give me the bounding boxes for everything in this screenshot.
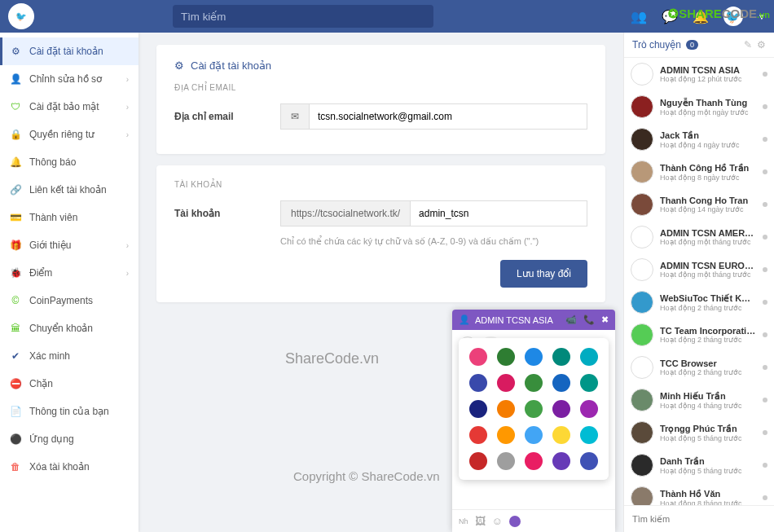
chat-header: Trò chuyện 0 ✎ ⚙ [624, 33, 774, 58]
sidebar-item[interactable]: 🔗Liên kết tài khoản [0, 176, 139, 204]
sidebar-item[interactable]: 🐞Điểm› [0, 259, 139, 287]
save-button[interactable]: Lưu thay đổi [500, 260, 587, 288]
color-option[interactable] [525, 426, 543, 444]
sidebar-item[interactable]: 🔔Thông báo [0, 148, 139, 176]
chat-list-item[interactable]: Jack TầnHoạt động 4 ngày trước [624, 123, 774, 156]
chat-activity: Hoạt động 4 ngày trước [660, 141, 756, 149]
friends-icon[interactable]: 👥 [631, 9, 647, 24]
gear-icon[interactable]: ⚙ [757, 39, 766, 51]
color-icon[interactable] [509, 516, 521, 527]
color-option[interactable] [580, 452, 598, 470]
color-option[interactable] [525, 348, 543, 366]
gear-icon: ⚙ [174, 59, 184, 72]
sidebar-label: CoinPayments [29, 295, 93, 306]
chat-list-item[interactable]: Trọngg Phúc TrầnHoạt động 5 tháng trước [624, 416, 774, 449]
chat-list-item[interactable]: Thành Công Hồ TrầnHoạt động 8 ngày trước [624, 156, 774, 188]
color-option[interactable] [580, 348, 598, 366]
sidebar-item[interactable]: 🗑Xóa tài khoản [0, 453, 139, 481]
chat-list-item[interactable]: Thành Hồ VănHoạt động 8 tháng trước [624, 481, 774, 505]
emoji-icon[interactable]: ☺ [492, 515, 503, 527]
color-option[interactable] [525, 452, 543, 470]
sidebar-item[interactable]: 🛡Cài đặt bảo mật› [0, 93, 139, 121]
color-option[interactable] [580, 374, 598, 392]
sidebar-item[interactable]: 📄Thông tin của bạn [0, 398, 139, 425]
close-icon[interactable]: ✖ [601, 314, 609, 325]
sidebar-icon: ⚫ [10, 433, 21, 445]
sidebar-label: Giới thiệu [29, 240, 71, 251]
color-option[interactable] [552, 374, 570, 392]
sidebar-item[interactable]: 👤Chỉnh sửa hồ sơ› [0, 65, 139, 93]
chat-name: WebSiuToc Thiết Kế Website Chuyên Nghiệp… [660, 293, 756, 304]
color-option[interactable] [469, 426, 487, 444]
sidebar-item[interactable]: 🏛Chuyển khoản [0, 314, 139, 342]
chat-name: TCC Browser [660, 358, 756, 368]
sidebar-item[interactable]: ⚫Ứng dụng [0, 425, 139, 453]
email-input[interactable] [309, 103, 587, 130]
status-dot [763, 495, 767, 500]
sidebar-item[interactable]: 🔒Quyền riêng tư› [0, 121, 139, 148]
chat-avatar [631, 258, 653, 281]
color-option[interactable] [497, 426, 515, 444]
chat-list-item[interactable]: ADMIN TCSN EUROPEHoạt động một tháng trư… [624, 253, 774, 286]
color-option[interactable] [580, 400, 598, 418]
status-dot [763, 169, 767, 174]
logo[interactable]: 🐦 [8, 3, 34, 29]
color-option[interactable] [497, 400, 515, 418]
chat-name: Thành Hồ Văn [660, 489, 756, 499]
sidebar-item[interactable]: ✔Xác minh [0, 342, 139, 370]
chat-name: TC Team Incorporation [660, 326, 756, 336]
color-option[interactable] [552, 348, 570, 366]
color-option[interactable] [552, 426, 570, 444]
image-icon[interactable]: 🖼 [475, 515, 486, 527]
color-option[interactable] [469, 374, 487, 392]
sidebar-label: Cài đặt bảo mật [29, 101, 99, 112]
search-input[interactable] [173, 5, 433, 28]
sidebar-item[interactable]: 💳Thành viên [0, 204, 139, 231]
chat-activity: Hoạt động một ngày trước [660, 108, 756, 117]
chat-name: ADMIN TCSN EUROPE [660, 261, 756, 270]
sidebar-label: Liên kết tài khoản [29, 184, 107, 196]
chat-activity: Hoạt động 8 tháng trước [660, 499, 756, 506]
color-option[interactable] [469, 348, 487, 366]
username-input[interactable] [410, 200, 587, 226]
color-option[interactable] [469, 400, 487, 418]
sidebar-item[interactable]: ⛔Chặn [0, 370, 139, 398]
color-option[interactable] [497, 374, 515, 392]
color-option[interactable] [580, 426, 598, 444]
sidebar-label: Chuyển khoản [29, 323, 93, 334]
sidebar-label: Quyền riêng tư [29, 129, 95, 140]
color-option[interactable] [552, 452, 570, 470]
sidebar-item[interactable]: ©CoinPayments [0, 287, 139, 314]
chat-window-header[interactable]: 👤 ADMIN TCSN ASIA 📹 📞 ✖ [452, 310, 615, 330]
chat-search-input[interactable] [629, 511, 769, 527]
chat-list-item[interactable]: TC Team IncorporationHoạt động 2 tháng t… [624, 319, 774, 351]
chat-list-item[interactable]: TCC BrowserHoạt động 2 tháng trước [624, 351, 774, 384]
color-option[interactable] [497, 348, 515, 366]
color-option[interactable] [469, 452, 487, 470]
status-dot [763, 137, 767, 142]
status-dot [763, 463, 767, 468]
chat-avatar [631, 323, 653, 346]
sidebar-item[interactable]: 🎁Giới thiệu› [0, 231, 139, 259]
edit-icon[interactable]: ✎ [744, 39, 752, 51]
video-icon[interactable]: 📹 [565, 314, 577, 325]
chat-list-item[interactable]: WebSiuToc Thiết Kế Website Chuyên Nghiệp… [624, 286, 774, 319]
status-dot [763, 267, 767, 272]
chat-list-item[interactable]: Thanh Cong Ho TranHoạt động 14 ngày trướ… [624, 188, 774, 221]
watermark: ShareCode.vn [285, 350, 379, 367]
chat-list-item[interactable]: ADMIN TCSN ASIAHoạt động 12 phút trước [624, 58, 774, 90]
sidebar-item[interactable]: ⚙Cài đặt tài khoản [0, 37, 139, 65]
chat-activity: Hoạt động 5 tháng trước [660, 467, 756, 475]
chat-list-item[interactable]: Nguyễn Thanh TùngHoạt động một ngày trướ… [624, 90, 774, 123]
color-option[interactable] [525, 374, 543, 392]
sidebar-icon: ⛔ [10, 378, 21, 389]
chat-list-item[interactable]: Danh TrầnHoạt động 5 tháng trước [624, 449, 774, 481]
color-option[interactable] [497, 452, 515, 470]
chat-list-item[interactable]: ADMIN TCSN AMERICAHoạt động một tháng tr… [624, 221, 774, 253]
color-option[interactable] [525, 400, 543, 418]
status-dot [763, 398, 767, 402]
chat-sidebar: Trò chuyện 0 ✎ ⚙ ADMIN TCSN ASIAHoạt độn… [623, 33, 774, 532]
chat-list-item[interactable]: Minh Hiếu TrầnHoạt động 4 tháng trước [624, 384, 774, 416]
color-option[interactable] [552, 400, 570, 418]
phone-icon[interactable]: 📞 [583, 314, 595, 325]
